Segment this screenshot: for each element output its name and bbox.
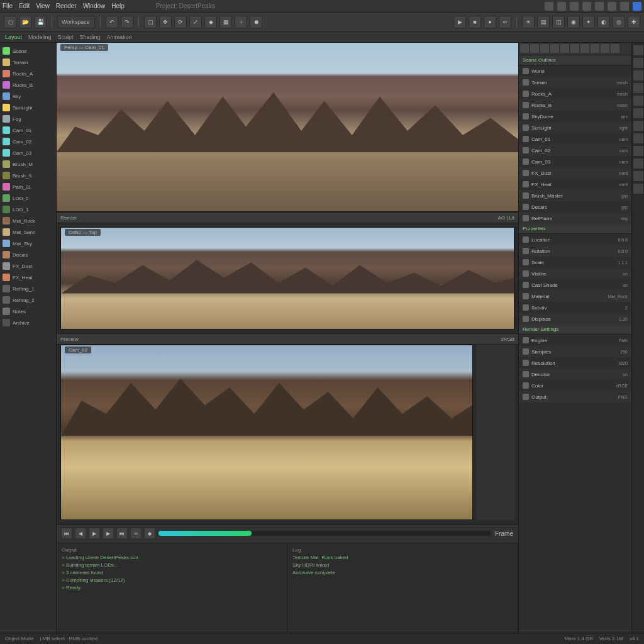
prop-row[interactable]: Rocks_Bmesh (519, 99, 631, 111)
rail-item[interactable]: RefImg_2 (0, 294, 56, 306)
workspace-dropdown[interactable]: Workspace (57, 16, 95, 28)
viewport-persp[interactable]: Persp — Cam_01 (57, 43, 518, 212)
shading-wire[interactable]: ◫ (552, 16, 565, 28)
shading-tex[interactable]: ▤ (537, 16, 550, 28)
prop-row[interactable]: RefPlaneimg (519, 213, 631, 224)
prop-row[interactable]: Samples256 (519, 346, 631, 357)
prop-row[interactable]: Cam_03cam (519, 156, 631, 167)
prop-row[interactable]: MaterialMat_Rock (519, 291, 631, 302)
notify-icon[interactable] (595, 2, 604, 11)
prop-row[interactable]: SkyDomeenv (519, 111, 631, 122)
stop-tool[interactable]: ■ (469, 16, 481, 28)
inspector-mini-button[interactable] (550, 44, 559, 53)
prop-row[interactable]: OutputPNG (519, 391, 631, 402)
shading-solid[interactable]: ◉ (567, 16, 580, 28)
menu-help[interactable]: Help (111, 3, 125, 9)
console-log[interactable]: Log Texture Mat_Rock baked Sky HDRI link… (287, 543, 518, 633)
properties-tab-button[interactable] (633, 121, 643, 131)
rail-item[interactable]: Mat_Sand (0, 226, 56, 238)
redo-button[interactable]: ↷ (121, 16, 133, 28)
prop-row[interactable]: Resolution1920 (519, 357, 631, 369)
record-tool[interactable]: ● (484, 16, 496, 28)
console-output[interactable]: Output > Loading scene DesertPeaks.scn >… (57, 543, 287, 633)
rail-item[interactable]: Sky (0, 91, 56, 102)
rail-item[interactable]: RefImg_1 (0, 283, 56, 294)
prop-row[interactable]: Visibleon (519, 268, 631, 279)
menu-render[interactable]: Render (56, 3, 77, 9)
snap-tool[interactable]: ◆ (204, 16, 217, 28)
rail-item[interactable]: Cam_03 (0, 147, 56, 158)
rail-item[interactable]: FX_Heat (0, 272, 56, 283)
properties-tab-button[interactable] (633, 58, 643, 68)
properties-tab-button[interactable] (633, 96, 643, 106)
rail-item[interactable]: Archive (0, 317, 56, 328)
tl-end-button[interactable]: ⏭ (117, 528, 127, 538)
tl-start-button[interactable]: ⏮ (62, 528, 72, 538)
overlay-dof[interactable]: ◎ (613, 16, 625, 28)
inspector-mini-button[interactable] (601, 44, 609, 53)
rail-item[interactable]: Brush_M (0, 158, 56, 170)
grid-tool[interactable]: ▦ (219, 16, 232, 28)
undo-button[interactable]: ↶ (106, 16, 118, 28)
prop-row[interactable]: Brush_Mastergrp (519, 190, 631, 201)
inspector-mini-button[interactable] (540, 44, 549, 53)
properties-tab-button[interactable] (633, 133, 643, 143)
camera-tool[interactable]: ⏺ (250, 16, 262, 28)
prop-row[interactable]: Cam_01cam (519, 133, 631, 145)
rail-item[interactable]: Mat_Sky (0, 238, 56, 249)
new-button[interactable]: ◻ (4, 16, 16, 28)
prop-row[interactable]: FX_Dustemit (519, 167, 631, 179)
rail-item[interactable]: Terrain (0, 57, 56, 68)
prop-row[interactable]: Displace0.35 (519, 313, 631, 325)
inspector-mini-button[interactable] (560, 44, 569, 53)
tab-sculpt[interactable]: Sculpt (58, 34, 74, 40)
rail-item[interactable]: Scene (0, 45, 56, 57)
rail-item[interactable]: Fog (0, 113, 56, 125)
rotate-tool[interactable]: ⟳ (174, 16, 187, 28)
overlay-ao[interactable]: ◐ (597, 16, 610, 28)
rail-item[interactable]: Brush_S (0, 170, 56, 181)
properties-tab-button[interactable] (633, 184, 643, 194)
rail-item[interactable]: FX_Dust (0, 260, 56, 272)
prop-row[interactable]: EnginePath (519, 335, 631, 346)
save-button[interactable]: 💾 (34, 16, 47, 28)
sync-icon[interactable] (557, 2, 566, 11)
tl-play-button[interactable]: ▶ (89, 528, 99, 538)
properties-tab-button[interactable] (633, 158, 643, 169)
inspector-mini-button[interactable] (611, 44, 619, 53)
tab-shading[interactable]: Shading (80, 34, 101, 40)
rail-item[interactable]: LOD_1 (0, 204, 56, 215)
tab-modeling[interactable]: Modeling (28, 34, 52, 40)
loop-tool[interactable]: ∞ (499, 16, 511, 28)
prop-row[interactable]: SunLightlight (519, 122, 631, 133)
prop-row[interactable]: Denoiseon (519, 369, 631, 380)
prop-row[interactable]: Terrainmesh (519, 77, 631, 88)
tl-next-button[interactable]: ▶ (103, 528, 113, 538)
menu-window[interactable]: Window (83, 3, 106, 9)
prop-row[interactable]: FX_Heatemit (519, 179, 631, 190)
prop-row[interactable]: Rotation0 0 0 (519, 245, 631, 257)
updates-icon[interactable] (608, 2, 616, 11)
open-button[interactable]: 📂 (19, 16, 31, 28)
user-icon[interactable] (633, 2, 641, 11)
rail-item[interactable]: Cam_02 (0, 136, 56, 147)
prop-row[interactable]: World (519, 65, 631, 77)
tab-animation[interactable]: Animation (107, 34, 132, 40)
shading-lit[interactable]: ☀ (522, 16, 535, 28)
tab-layout[interactable]: Layout (5, 34, 22, 40)
rail-item[interactable]: Notes (0, 306, 56, 317)
prop-row[interactable]: Scale1 1 1 (519, 257, 631, 268)
prop-row[interactable]: Cast Shadeon (519, 279, 631, 291)
prop-row[interactable]: ColorsRGB (519, 380, 631, 391)
properties-tab-button[interactable] (633, 108, 643, 118)
prop-row[interactable]: Decalsgrp (519, 201, 631, 213)
cloud-icon[interactable] (570, 2, 579, 11)
timeline-track[interactable] (158, 531, 491, 536)
tl-key-button[interactable]: ◆ (145, 528, 155, 538)
rail-item[interactable]: Rocks_B (0, 79, 56, 91)
rail-item[interactable]: LOD_0 (0, 192, 56, 204)
prop-row[interactable]: Cam_02cam (519, 145, 631, 156)
settings-icon[interactable] (582, 2, 591, 11)
select-tool[interactable]: ▢ (144, 16, 157, 28)
rail-item[interactable]: SunLight (0, 102, 56, 113)
